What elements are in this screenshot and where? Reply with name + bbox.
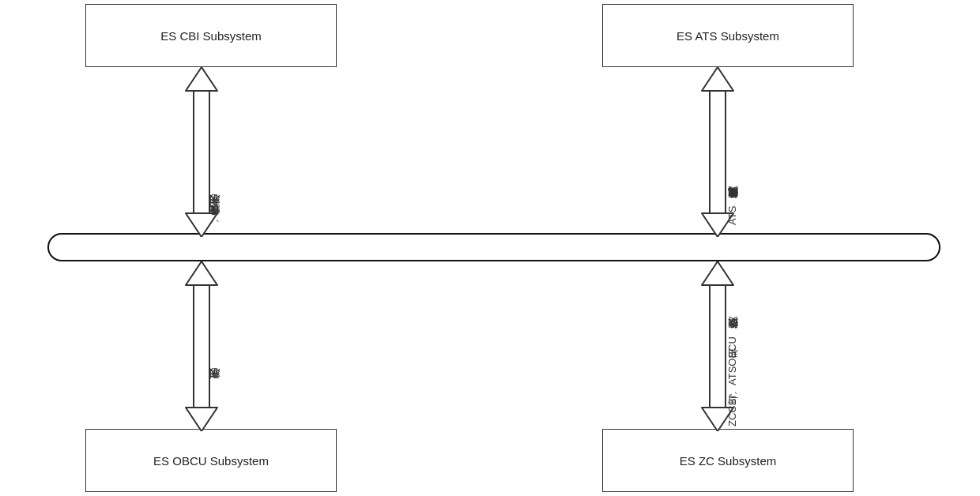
ats-subsystem-box: ES ATS Subsystem	[602, 4, 854, 67]
ats-label: ES ATS Subsystem	[677, 29, 779, 43]
arrow-cbi-bus	[170, 67, 233, 237]
svg-rect-9	[710, 282, 726, 411]
zc-subsystem-box: ES ZC Subsystem	[602, 429, 854, 492]
arrow-obcu-bus	[170, 261, 233, 431]
arrow2-label: ATS与其他子系统的数据交换	[726, 79, 740, 225]
svg-rect-3	[710, 88, 726, 216]
arrow3-label: 列车状态	[207, 292, 221, 387]
arrow4-label: ZC与CBI、ATS和OBCU的数据交换	[726, 269, 740, 426]
obcu-label: ES OBCU Subsystem	[153, 454, 269, 468]
svg-marker-8	[186, 408, 217, 431]
zc-label: ES ZC Subsystem	[680, 454, 777, 468]
cbi-subsystem-box: ES CBI Subsystem	[85, 4, 337, 67]
arrow1-label: 信号设备状态、列车状态	[207, 85, 221, 224]
svg-marker-7	[186, 261, 217, 285]
data-bus	[47, 233, 940, 261]
diagram: ES CBI Subsystem ES ATS Subsystem ES OBC…	[0, 0, 980, 496]
cbi-label: ES CBI Subsystem	[160, 29, 262, 43]
obcu-subsystem-box: ES OBCU Subsystem	[85, 429, 337, 492]
